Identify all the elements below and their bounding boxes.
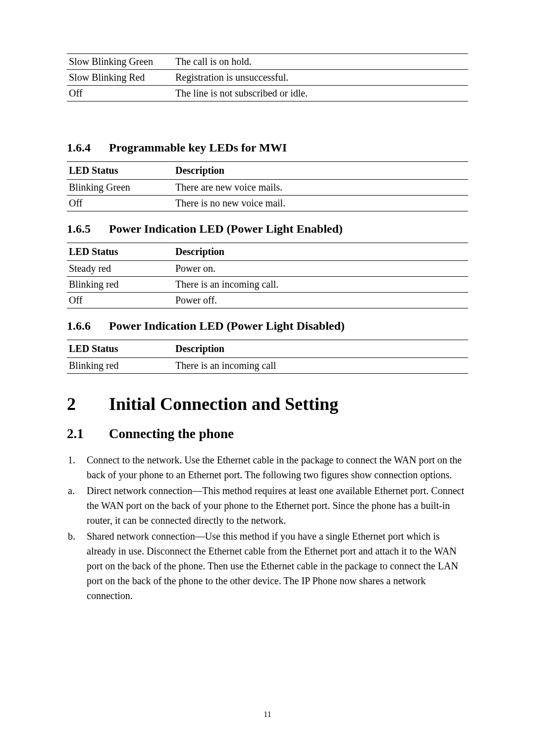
led-table-continuation: Slow Blinking Green The call is on hold.… bbox=[67, 53, 468, 101]
chapter-heading-2: 2 Initial Connection and Setting bbox=[67, 394, 468, 414]
led-desc-cell: There is an incoming call bbox=[173, 358, 468, 374]
table-header-status: LED Status bbox=[67, 340, 173, 358]
table-row: Blinking red There is an incoming call. bbox=[67, 277, 468, 293]
led-status-cell: Blinking red bbox=[67, 358, 173, 374]
page-content: Slow Blinking Green The call is on hold.… bbox=[67, 53, 468, 603]
table-row: Blinking red There is an incoming call bbox=[67, 358, 468, 374]
section-heading-165: 1.6.5 Power Indication LED (Power Light … bbox=[67, 222, 468, 236]
page-number: 11 bbox=[0, 710, 535, 719]
led-desc-cell: Registration is unsuccessful. bbox=[173, 70, 468, 86]
table-header-desc: Description bbox=[173, 243, 468, 261]
section-title: Programmable key LEDs for MWI bbox=[109, 141, 287, 154]
table-row: Slow Blinking Red Registration is unsucc… bbox=[67, 70, 468, 86]
section-heading-21: 2.1 Connecting the phone bbox=[67, 426, 468, 442]
power-enabled-led-table: LED Status Description Steady red Power … bbox=[67, 243, 468, 308]
connecting-phone-list: 1. Connect to the network. Use the Ether… bbox=[67, 453, 468, 603]
section-heading-164: 1.6.4 Programmable key LEDs for MWI bbox=[67, 141, 468, 154]
table-row: Steady red Power on. bbox=[67, 261, 468, 277]
section-title: Connecting the phone bbox=[109, 426, 234, 442]
table-header-desc: Description bbox=[173, 340, 468, 358]
chapter-number: 2 bbox=[67, 394, 109, 414]
section-heading-166: 1.6.6 Power Indication LED (Power Light … bbox=[67, 319, 468, 333]
table-header-desc: Description bbox=[173, 162, 468, 180]
power-disabled-led-table: LED Status Description Blinking red Ther… bbox=[67, 340, 468, 374]
section-number: 1.6.5 bbox=[67, 222, 109, 236]
section-title: Power Indication LED (Power Light Disabl… bbox=[109, 319, 345, 333]
section-title: Power Indication LED (Power Light Enable… bbox=[109, 222, 343, 236]
list-text: Shared network connection—Use this metho… bbox=[87, 529, 468, 603]
led-status-cell: Slow Blinking Green bbox=[67, 54, 173, 70]
led-desc-cell: There is no new voice mail. bbox=[173, 196, 468, 211]
table-row: Off There is no new voice mail. bbox=[67, 196, 468, 211]
led-status-cell: Blinking Green bbox=[67, 180, 173, 196]
table-row: Off Power off. bbox=[67, 293, 468, 308]
chapter-title: Initial Connection and Setting bbox=[109, 394, 338, 414]
list-marker: a. bbox=[67, 483, 87, 528]
list-item: 1. Connect to the network. Use the Ether… bbox=[67, 453, 468, 482]
table-row: Blinking Green There are new voice mails… bbox=[67, 180, 468, 196]
led-status-cell: Off bbox=[67, 196, 173, 211]
list-item: a. Direct network connection—This method… bbox=[67, 483, 468, 528]
led-desc-cell: There is an incoming call. bbox=[173, 277, 468, 293]
section-number: 1.6.4 bbox=[67, 141, 109, 154]
led-desc-cell: The call is on hold. bbox=[173, 54, 468, 70]
table-header-status: LED Status bbox=[67, 243, 173, 261]
led-desc-cell: There are new voice mails. bbox=[173, 180, 468, 196]
led-desc-cell: Power off. bbox=[173, 293, 468, 308]
mwi-led-table: LED Status Description Blinking Green Th… bbox=[67, 161, 468, 211]
led-status-cell: Slow Blinking Red bbox=[67, 70, 173, 86]
table-header-status: LED Status bbox=[67, 162, 173, 180]
led-desc-cell: The line is not subscribed or idle. bbox=[173, 86, 468, 101]
list-text: Direct network connection—This method re… bbox=[87, 483, 468, 528]
led-status-cell: Off bbox=[67, 86, 173, 101]
led-desc-cell: Power on. bbox=[173, 261, 468, 277]
list-marker: b. bbox=[67, 529, 87, 603]
led-status-cell: Steady red bbox=[67, 261, 173, 277]
list-marker: 1. bbox=[67, 453, 87, 482]
list-text: Connect to the network. Use the Ethernet… bbox=[87, 453, 468, 482]
led-status-cell: Blinking red bbox=[67, 277, 173, 293]
list-item: b. Shared network connection—Use this me… bbox=[67, 529, 468, 603]
led-status-cell: Off bbox=[67, 293, 173, 308]
section-number: 1.6.6 bbox=[67, 319, 109, 333]
table-row: Off The line is not subscribed or idle. bbox=[67, 86, 468, 101]
table-row: Slow Blinking Green The call is on hold. bbox=[67, 54, 468, 70]
section-number: 2.1 bbox=[67, 426, 109, 442]
